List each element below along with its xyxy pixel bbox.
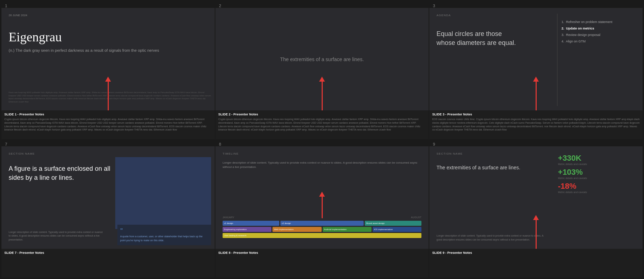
timeline-rows: v1 design v2 design Brand asset design E…: [223, 221, 421, 238]
slide-7-notes: SLIDE 7 - Presenter Notes: [1, 249, 215, 278]
bar-ios-impl: iOS implementation: [373, 227, 421, 232]
slide-3-wrapper: 3 AGENDA Equal circles are thosewhose di…: [429, 1, 643, 139]
metric-2-detail: Metric details and caveats: [558, 177, 639, 179]
arrow-head-3: [533, 77, 539, 82]
slide-7-blue-rect: [115, 157, 211, 229]
arrow-shaft-9: [536, 220, 537, 249]
slide-8-notes: SLIDE 8 - Presenter Notes: [215, 249, 429, 278]
slide-1-wrapper: 1 26 JUNE 2024 Eigengrau (n.) The dark g…: [1, 1, 215, 139]
timeline-end: AUGUST: [411, 216, 421, 219]
metric-1-value: +330K: [558, 154, 639, 163]
agenda-item-4: 4. Align on GTM: [561, 38, 639, 45]
timeline-row-1: v1 design v2 design Brand asset design: [223, 221, 421, 226]
bar-v1-design: v1 design: [223, 221, 279, 226]
bar-user-testing: User testing & research: [223, 233, 421, 238]
slide-8-wrapper: 8 TIMELINE Longer description of slide c…: [215, 140, 429, 278]
slide-7-main-text: A figure is a surface enclosed on all si…: [9, 164, 111, 182]
timeline-row-3: User testing & research: [223, 233, 421, 238]
slide-2-notes: SLIDE 2 - Presenter Notes Crypto ipsum b…: [215, 110, 429, 139]
slide-7-notes-title: SLIDE 7 - Presenter Notes: [4, 251, 212, 255]
arrow-head-2: [319, 77, 325, 82]
red-arrow-8: [319, 192, 325, 218]
slide-1-date: 26 JUNE 2024: [9, 14, 27, 17]
bar-v2-design: v2 design: [280, 221, 364, 226]
slide-3-canvas: AGENDA Equal circles are thosewhose diam…: [429, 8, 643, 110]
slide-1-subtitle: (n.) The dark gray seen in perfect darkn…: [9, 47, 159, 54]
bar-web-impl: Web implementation: [272, 227, 321, 232]
slide-1-notes: SLIDE 1 - Presenter Notes Crypto ipsum b…: [1, 110, 215, 139]
slides-grid: 1 26 JUNE 2024 Eigengrau (n.) The dark g…: [0, 0, 644, 279]
slide-7-section-name: SECTION NAME: [9, 152, 35, 155]
arrow-shaft-2: [322, 82, 323, 110]
red-arrow-1: [105, 77, 111, 110]
slide-2-center-text: The extremities of a surface are lines.: [237, 56, 407, 62]
slide-7-wrapper: 7 SECTION NAME A figure is a surface enc…: [1, 140, 215, 278]
slide-7-canvas: SECTION NAME A figure is a surface enclo…: [1, 146, 215, 249]
slide-3-notes-text: EOS siacoin cosmos maker chiliz lime. Cr…: [432, 118, 640, 132]
slide-9-desc: Longer description of slide content. Typ…: [437, 234, 547, 242]
agenda-item-1: 1. Refresher on problem statement: [561, 19, 639, 25]
slide-9-notes: SLIDE 9 - Presenter Notes: [429, 249, 643, 278]
slide-2-notes-text: Crypto ipsum bitcoin ethereum dogecoin l…: [218, 118, 426, 132]
arrow-head-1: [105, 77, 111, 82]
metric-3-value: -18%: [558, 182, 639, 191]
timeline-start: JANUARY: [223, 216, 234, 219]
slide-9-canvas: SECTION NAME The extremities of a surfac…: [429, 146, 643, 249]
bar-brand-design: Brand asset design: [365, 221, 421, 226]
slide-3-divider: [557, 14, 557, 106]
slide-7-desc: Longer description of slide content. Typ…: [9, 230, 104, 242]
slide-8-timeline-label: TIMELINE: [223, 152, 239, 155]
metric-1-detail: Metric details and caveats: [558, 163, 639, 165]
slide-8-notes-title: SLIDE 8 - Presenter Notes: [218, 251, 426, 255]
slide-2-canvas: The extremities of a surface are lines.: [215, 8, 429, 110]
red-arrow-9: [533, 215, 539, 249]
red-arrow-2: [319, 77, 325, 110]
arrow-head-9: [533, 215, 539, 220]
slide-2-notes-title: SLIDE 2 - Presenter Notes: [218, 113, 426, 116]
slide-3-agenda-list: 1. Refresher on problem statement 2. Upd…: [561, 19, 639, 45]
arrow-shaft-1: [108, 82, 109, 110]
bar-eng-explore: Engineering exploration: [223, 227, 271, 232]
slide-1-notes-title: SLIDE 1 - Presenter Notes: [4, 113, 212, 116]
arrow-shaft-3: [536, 82, 537, 110]
slide-1-title: Eigengrau: [9, 29, 62, 45]
slide-9-metrics: +330K Metric details and caveats +103% M…: [558, 154, 639, 196]
metric-3: -18% Metric details and caveats: [558, 182, 639, 193]
red-arrow-3: [533, 77, 539, 110]
slide-2-wrapper: 2 The extremities of a surface are lines…: [215, 1, 429, 139]
slide-7-quote-mark: ": [120, 228, 208, 234]
slide-7-quote-text: A quote from a customer, user, or other …: [120, 235, 208, 242]
metric-1: +330K Metric details and caveats: [558, 154, 639, 165]
arrow-head-8: [319, 192, 325, 197]
agenda-item-3: 3. Review design proposal: [561, 32, 639, 38]
slide-3-notes: SLIDE 3 - Presenter Notes EOS siacoin co…: [429, 110, 643, 139]
slide-7-quote-block: " A quote from a customer, user, or othe…: [117, 225, 211, 245]
slide-9-notes-title: SLIDE 9 - Presenter Notes: [432, 251, 640, 255]
slide-3-agenda-label: AGENDA: [437, 14, 451, 17]
arrow-shaft-8: [322, 197, 323, 218]
slide-8-canvas: TIMELINE Longer description of slide con…: [215, 146, 429, 249]
agenda-item-2: 2. Update on metrics: [561, 25, 639, 32]
bar-android-impl: Android implementation: [323, 227, 372, 232]
slide-9-main-text: The extremities of a surface are lines.: [437, 164, 554, 171]
timeline-row-2: Engineering exploration Web implementati…: [223, 227, 421, 232]
slide-9-wrapper: 9 SECTION NAME The extremities of a surf…: [429, 140, 643, 278]
slide-9-section-name: SECTION NAME: [437, 152, 463, 155]
slide-3-notes-title: SLIDE 3 - Presenter Notes: [432, 113, 640, 116]
slide-8-desc: Longer description of slide content. Typ…: [223, 161, 421, 169]
metric-2-value: +103%: [558, 168, 639, 177]
metric-2: +103% Metric details and caveats: [558, 168, 639, 179]
slide-1-canvas: 26 JUNE 2024 Eigengrau (n.) The dark gra…: [1, 8, 215, 110]
slide-3-title: Equal circles are thosewhose diameters a…: [437, 29, 554, 47]
metric-3-detail: Metric details and caveats: [558, 191, 639, 193]
slide-8-timeline-area: JANUARY AUGUST v1 design v2 design Brand…: [223, 216, 421, 238]
slide-1-notes-text: Crypto ipsum bitcoin ethereum dogecoin l…: [4, 118, 212, 132]
